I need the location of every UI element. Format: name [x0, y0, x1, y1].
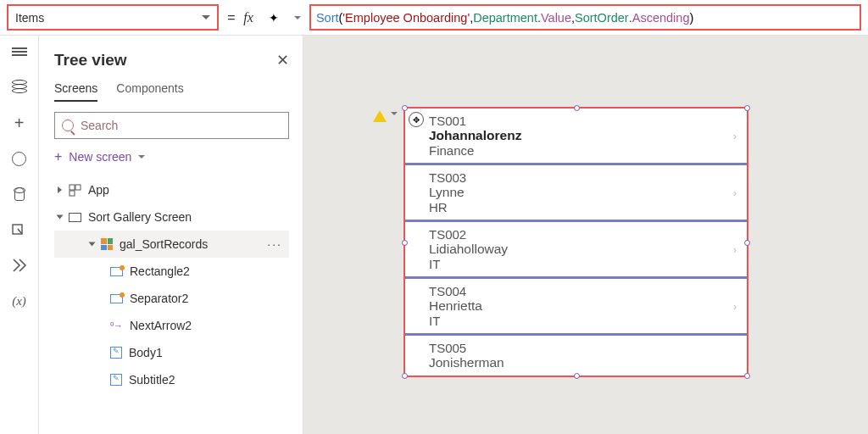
formula-token: Sort — [316, 11, 339, 25]
left-rail: + (x) — [0, 36, 39, 434]
chevron-right-icon[interactable]: › — [733, 187, 737, 199]
node-label: Body1 — [129, 346, 163, 359]
tree-node-app[interactable]: App — [54, 176, 289, 203]
tree-view-panel: Tree view ✕ Screens Components Search + … — [39, 36, 303, 434]
gallery-row[interactable]: TS005 Jonisherman — [405, 336, 747, 376]
rectangle-icon — [110, 267, 123, 276]
panel-title: Tree view — [54, 51, 127, 70]
node-label: Sort Gallery Screen — [88, 210, 192, 224]
tree-node-separator[interactable]: Separator2 — [54, 285, 289, 312]
chevron-right-icon[interactable]: › — [733, 131, 737, 142]
formula-token: ) — [689, 11, 693, 25]
row-name: Lynne — [429, 185, 737, 200]
property-value: Items — [15, 11, 44, 25]
row-dept: Finance — [429, 143, 737, 158]
tree-node-subtitle[interactable]: Subtitle2 — [54, 366, 289, 393]
svg-rect-2 — [75, 185, 81, 190]
media-icon[interactable] — [11, 222, 28, 237]
row-name: Henrietta — [429, 298, 737, 314]
caret-icon — [57, 215, 64, 220]
warning-icon[interactable] — [373, 110, 387, 122]
node-label: App — [88, 183, 109, 197]
node-label: gal_SortRecords — [120, 237, 208, 251]
arrow-icon: ⁰→ — [110, 320, 123, 331]
row-dept: HR — [429, 200, 737, 214]
row-name: Johannalorenz — [429, 128, 737, 143]
search-icon — [62, 120, 74, 131]
caret-icon — [58, 186, 62, 193]
formula-token: Department — [473, 11, 537, 25]
row-dept: IT — [429, 314, 737, 328]
caret-icon — [89, 242, 96, 247]
tree-node-nextarrow[interactable]: ⁰→NextArrow2 — [54, 312, 289, 339]
tab-screens[interactable]: Screens — [54, 81, 97, 102]
node-label: Separator2 — [130, 292, 188, 305]
more-icon[interactable]: ··· — [267, 237, 282, 251]
chevron-down-icon — [202, 15, 210, 19]
formula-bar: Items = fx ✦ Sort('Employee Onboarding',… — [0, 0, 868, 36]
formula-input[interactable]: Sort('Employee Onboarding',Department.Va… — [309, 4, 861, 31]
row-name: Jonisherman — [429, 355, 737, 370]
new-screen-button[interactable]: + New screen — [54, 149, 289, 164]
node-label: Subtitle2 — [129, 373, 175, 387]
tree-node-rectangle[interactable]: Rectangle2 — [54, 258, 289, 285]
chevron-down-icon[interactable] — [294, 16, 301, 19]
row-name: Lidiaholloway — [429, 242, 737, 257]
node-label: Rectangle2 — [130, 264, 190, 278]
app-icon — [69, 184, 81, 197]
gallery-row[interactable]: TS003 Lynne HR › — [405, 165, 747, 222]
row-dept: IT — [429, 257, 737, 271]
text-icon — [110, 374, 122, 386]
node-label: NextArrow2 — [130, 319, 192, 332]
screen-icon — [69, 213, 81, 222]
hamburger-icon[interactable] — [11, 44, 28, 59]
copilot-icon[interactable]: ✦ — [262, 8, 286, 28]
text-icon — [110, 347, 122, 359]
equals-sign: = — [227, 10, 235, 25]
formula-token: Value — [541, 11, 571, 25]
row-id: TS005 — [429, 341, 737, 355]
property-selector[interactable]: Items — [7, 4, 219, 31]
formula-token: 'Employee Onboarding' — [342, 11, 470, 25]
insert-icon[interactable]: + — [11, 115, 28, 131]
tree-node-gallery[interactable]: gal_SortRecords··· — [54, 231, 289, 258]
row-id: TS002 — [429, 227, 737, 242]
tab-components[interactable]: Components — [116, 81, 183, 102]
close-icon[interactable]: ✕ — [276, 51, 289, 70]
chevron-right-icon[interactable]: › — [733, 301, 737, 313]
row-id: TS003 — [429, 170, 737, 185]
tree-node-screen[interactable]: Sort Gallery Screen — [54, 203, 289, 231]
svg-rect-1 — [70, 185, 75, 190]
power-automate-icon[interactable] — [11, 258, 28, 273]
search-placeholder: Search — [81, 119, 118, 132]
tree-view-icon[interactable] — [11, 80, 28, 95]
search-input[interactable]: Search — [54, 112, 289, 139]
gallery-row[interactable]: TS001 Johannalorenz Finance › — [405, 108, 747, 165]
gallery-row[interactable]: TS004 Henrietta IT › — [405, 279, 747, 336]
row-id: TS004 — [429, 284, 737, 298]
plus-icon: + — [54, 149, 62, 164]
gallery-control[interactable]: ✥ TS001 Johannalorenz Finance › TS003 Ly… — [403, 107, 748, 377]
chevron-down-icon — [138, 155, 145, 159]
formula-token: Ascending — [632, 11, 690, 25]
chevron-down-icon[interactable] — [391, 112, 398, 115]
theme-icon[interactable] — [11, 151, 28, 166]
gallery-row[interactable]: TS002 Lidiaholloway IT › — [405, 222, 747, 279]
tree-node-body[interactable]: Body1 — [54, 339, 289, 366]
formula-token: SortOrder — [575, 11, 629, 25]
row-id: TS001 — [429, 114, 737, 128]
svg-rect-3 — [70, 191, 75, 196]
data-icon[interactable] — [11, 186, 28, 202]
variables-icon[interactable]: (x) — [11, 293, 28, 309]
chevron-right-icon[interactable]: › — [733, 244, 737, 256]
canvas[interactable]: ✥ TS001 Johannalorenz Finance › TS003 Ly… — [303, 36, 868, 434]
new-screen-label: New screen — [69, 150, 131, 164]
fx-label[interactable]: fx — [243, 10, 253, 25]
gallery-icon — [101, 238, 113, 250]
rectangle-icon — [110, 294, 123, 303]
